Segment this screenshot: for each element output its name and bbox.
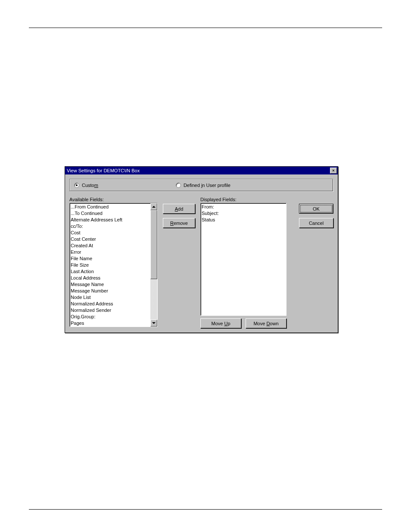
list-item[interactable]: Local Address <box>71 275 156 281</box>
move-up-button[interactable]: Move Up <box>200 318 241 328</box>
list-item[interactable]: Subject: <box>202 210 285 217</box>
list-item[interactable]: File Name <box>71 255 156 262</box>
radio-profile-label: Defined in User profile <box>184 183 230 188</box>
radio-custom-indicator <box>74 183 79 188</box>
list-item[interactable]: Orig.Group: <box>71 314 156 320</box>
list-item[interactable]: Pages <box>71 320 156 327</box>
scroll-thumb[interactable] <box>150 210 157 279</box>
close-icon: × <box>332 168 334 173</box>
available-column: Available Fields: ...From Continued...To… <box>69 197 158 328</box>
view-mode-radio-group: Custom Defined in User profile <box>69 179 333 192</box>
remove-button[interactable]: Remove <box>163 218 195 228</box>
right-button-column: OK Cancel <box>299 197 333 328</box>
displayed-column: Displayed Fields: From:Subject:Status Mo… <box>200 197 286 328</box>
radio-profile-indicator <box>176 183 181 188</box>
list-item[interactable]: From: <box>202 204 285 210</box>
radio-custom-label: Custom <box>82 183 98 188</box>
list-item[interactable]: Cost <box>71 230 156 236</box>
ok-button[interactable]: OK <box>299 204 333 214</box>
scroll-up-button[interactable] <box>150 203 157 210</box>
list-item[interactable]: Normalized Sender <box>71 307 156 314</box>
move-buttons-row: Move Up Move Down <box>200 318 286 328</box>
arrow-down-icon <box>152 322 156 324</box>
radio-defined-in-profile[interactable]: Defined in User profile <box>176 183 230 188</box>
available-scrollbar[interactable] <box>150 203 157 327</box>
list-item[interactable]: Created At <box>71 243 156 249</box>
list-item[interactable]: Alternate Addresses Left <box>71 217 156 223</box>
horizontal-rule-bottom <box>29 509 382 510</box>
list-item[interactable]: Error <box>71 249 156 255</box>
available-fields-label: Available Fields: <box>69 197 158 202</box>
view-settings-dialog: View Settings for DEMOTC\IN Box × Custom… <box>65 166 338 333</box>
list-item[interactable]: Status <box>202 217 285 223</box>
fields-row: Available Fields: ...From Continued...To… <box>69 197 333 328</box>
list-item[interactable]: Cost Center <box>71 236 156 243</box>
horizontal-rule-top <box>29 28 382 28</box>
radio-custom[interactable]: Custom <box>74 183 98 188</box>
scroll-down-button[interactable] <box>150 320 157 327</box>
list-item[interactable]: ...From Continued <box>71 204 156 210</box>
list-item[interactable]: cc/To: <box>71 223 156 230</box>
add-button[interactable]: Add <box>163 204 195 214</box>
dialog-body: Custom Defined in User profile Available… <box>65 174 338 333</box>
displayed-fields-listbox[interactable]: From:Subject:Status <box>200 203 286 316</box>
move-down-button[interactable]: Move Down <box>246 318 286 328</box>
list-item[interactable]: Normalized Address <box>71 301 156 307</box>
list-item[interactable]: Message Name <box>71 281 156 288</box>
displayed-fields-label: Displayed Fields: <box>200 197 286 202</box>
titlebar: View Settings for DEMOTC\IN Box × <box>65 167 338 174</box>
cancel-button[interactable]: Cancel <box>299 218 333 228</box>
list-item[interactable]: ...To Continued <box>71 210 156 217</box>
dialog-title: View Settings for DEMOTC\IN Box <box>67 168 140 173</box>
scroll-track[interactable] <box>150 210 157 320</box>
list-item[interactable]: Last Action <box>71 268 156 275</box>
list-item[interactable]: File Size <box>71 262 156 268</box>
available-fields-listbox[interactable]: ...From Continued...To ContinuedAlternat… <box>69 203 158 327</box>
arrow-up-icon <box>152 206 156 208</box>
close-button[interactable]: × <box>330 168 337 174</box>
middle-button-column: Add Remove <box>163 197 195 328</box>
list-item[interactable]: Node List <box>71 294 156 301</box>
list-item[interactable]: Message Number <box>71 288 156 294</box>
